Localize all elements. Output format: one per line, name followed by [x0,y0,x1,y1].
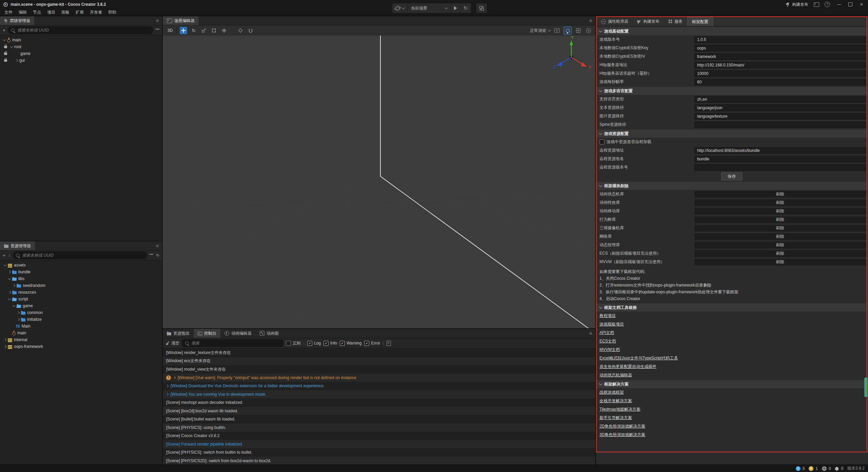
section-basic-config[interactable]: 游戏基础配置 [597,27,867,35]
log-row[interactable]: [Scene] Cocos Creator v3.8.2 [163,432,595,440]
log-row[interactable]: [Scene] [box2d]:box2d wasm lib loaded. [163,407,595,415]
asset-node-assets[interactable]: assets [0,262,162,269]
help-icon[interactable]: ? [825,2,830,7]
tab-property-inspector[interactable]: 属性检查器 [597,17,633,26]
asset-node-internal[interactable]: internal [0,336,162,343]
tab-scene-editor[interactable]: 场景编辑器 [163,16,199,25]
remove-module-button[interactable]: 剔除 [694,208,866,215]
screenshot-icon[interactable] [814,2,819,7]
lock-icon[interactable] [4,46,7,48]
asset-node-seedrandom[interactable]: seedrandom [0,282,162,289]
game-version-input[interactable] [694,36,866,43]
chevron-right-icon[interactable] [17,311,20,314]
tab-assets[interactable]: 资源管理器 [0,241,35,250]
hierarchy-search[interactable] [8,26,153,34]
error-count-icon[interactable]: ✕ [822,466,827,471]
log-row[interactable]: [Scene] [PHYSICS]: switch from builtin t… [163,448,595,457]
chevron-down-icon[interactable] [8,297,11,300]
link-tactics-framework[interactable]: 战棋游戏框架 [599,390,624,395]
create-node-button[interactable]: + [3,27,5,33]
remote-version-input[interactable] [694,164,866,171]
rect-tool-button[interactable] [210,27,218,34]
scale-tool-button[interactable] [200,27,208,34]
chevron-right-icon[interactable] [15,59,18,62]
mode-3d-toggle[interactable]: 3D [166,28,174,33]
save-button[interactable]: 保存 [721,172,742,180]
tab-console[interactable]: >_ 控制台 [194,329,220,338]
remove-module-button[interactable]: 剔除 [694,233,866,240]
expand-chevron-icon[interactable] [173,376,176,379]
console-menu-icon[interactable]: ≡ [586,331,595,336]
lock-icon[interactable] [4,53,7,55]
scene-menu-icon[interactable]: ≡ [586,18,595,23]
menu-file[interactable]: 文件 [1,9,16,15]
scene-settings-button[interactable] [585,27,592,34]
log-row-info[interactable]: [Scene] Forward render pipeline initiali… [163,440,595,449]
languages-input[interactable] [694,96,866,103]
texture-path-input[interactable] [694,113,866,120]
log-row-warning[interactable]: ! [Window] [Vue warn]: Property "onInput… [163,374,595,382]
asset-node-game[interactable]: game [0,302,162,309]
filter-log-checkbox[interactable]: ✓ Log [307,341,321,346]
menu-panel[interactable]: 面板 [58,9,73,15]
play-button[interactable] [451,3,460,13]
bell-icon[interactable] [835,467,839,470]
tree-node-root[interactable]: root [0,43,162,50]
asset-node-bundle[interactable]: bundle [0,269,162,275]
chevron-right-icon[interactable] [17,318,20,321]
asset-node-script[interactable]: script [0,296,162,302]
chevron-down-icon[interactable] [10,45,13,48]
tab-animation-editor[interactable]: 动画编辑器 [220,329,256,338]
link-anim-state-editor[interactable]: 动画状态机编辑器 [599,372,632,378]
assets-search-input[interactable] [21,253,144,258]
pivot-toggle-button[interactable] [237,27,244,34]
asset-node-resources[interactable]: resources [0,289,162,296]
chevron-down-icon[interactable] [4,263,6,266]
assets-search[interactable] [13,252,147,259]
chevron-down-icon[interactable] [3,38,6,41]
tab-framework-config[interactable]: 框架配置 [687,17,713,26]
link-excel-tool[interactable]: Excel格式转Json文件与TypeScript代码工具 [599,355,678,361]
log-row[interactable]: [Scene] [PHYSICS2D]: switch from box2d-w… [163,457,595,465]
rotate-tool-button[interactable]: ↻ [190,27,197,34]
asset-node-main-scene[interactable]: main [0,330,162,336]
tab-animation-graph[interactable]: 动画图 [256,329,283,338]
link-hotupdate-plugin[interactable]: 原生包热更新配置自动生成插件 [599,364,656,370]
link-fullstack-solution[interactable]: 全栈开发解决方案 [599,398,632,404]
log-row[interactable]: [Scene] meshopt wasm decoder initialized [163,398,595,407]
section-i18n-config[interactable]: 游戏多语言配置 [597,87,867,95]
create-asset-button[interactable]: + [3,253,5,258]
menu-help[interactable]: 帮助 [105,9,119,15]
chevron-down-icon[interactable] [8,277,11,280]
console-log-list[interactable]: [Window] render_texture文件夹存在 [Window] ec… [163,349,595,465]
view-mode-dropdown[interactable]: 正常浏览 [530,28,551,34]
log-row[interactable]: [Window] ecs文件夹存在 [163,357,595,366]
remove-module-button[interactable]: 剔除 [694,225,866,232]
scene-viewport[interactable]: Y X Z [163,36,595,328]
warning-count-icon[interactable]: ! [809,466,813,471]
camera-settings-button[interactable] [553,27,561,34]
http-timeout-input[interactable] [694,70,866,77]
remove-module-button[interactable]: 剔除 [694,191,866,198]
filter-info-checkbox[interactable]: ✓ Info [323,341,337,346]
log-row[interactable]: [Scene] [PHYSICS]: using builtin. [163,424,595,432]
chevron-right-icon[interactable] [4,345,6,348]
preview-qr-button[interactable] [476,3,487,13]
move-tool-button[interactable] [180,27,187,34]
spine-path-input[interactable] [694,121,866,128]
sort-icon[interactable]: ↕ [8,253,10,258]
section-solutions[interactable]: 框架解决方案 [597,380,867,388]
coordinate-toggle-button[interactable] [247,27,254,34]
asset-node-common[interactable]: common [0,309,162,316]
menu-edit[interactable]: 编辑 [16,9,30,15]
section-resource-config[interactable]: 游戏资源配置 [597,130,867,138]
frame-rate-input[interactable] [694,79,866,85]
grid-visibility-button[interactable] [574,27,582,34]
link-tiledmap-solution[interactable]: Tiledmap地图解决方案 [599,407,640,412]
tree-node-gui[interactable]: gui [0,57,162,64]
minimize-button[interactable]: — [835,2,843,7]
regex-checkbox[interactable]: ✓ 正则 [286,340,301,346]
asset-node-main-ts[interactable]: TS Main [0,323,162,330]
tree-node-game[interactable]: game [0,50,162,57]
http-server-input[interactable] [694,62,866,68]
